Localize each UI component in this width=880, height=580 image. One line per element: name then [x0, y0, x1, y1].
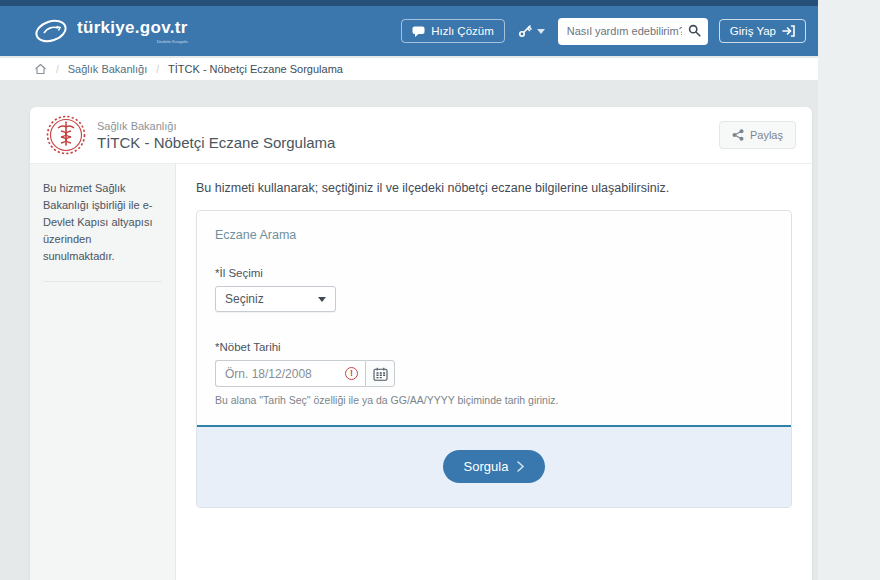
pharmacy-search-form: Eczane Arama *İl Seçimi Seçiniz *Nöbet T… — [196, 210, 792, 508]
share-icon — [732, 129, 744, 141]
breadcrumb-item-current: TİTCK - Nöbetçi Eczane Sorgulama — [168, 63, 343, 75]
service-card: Sağlık Bakanlığı TİTCK - Nöbetçi Eczane … — [30, 107, 812, 580]
turkiye-gov-tr-logo[interactable]: türkiye.gov.tr Devletin Kısayolu — [34, 18, 188, 44]
submit-label: Sorgula — [464, 459, 509, 474]
edevlet-swirl-icon — [34, 18, 68, 44]
quick-solution-button[interactable]: Hızlı Çözüm — [401, 19, 505, 43]
chevron-down-icon — [318, 297, 326, 302]
date-picker-button[interactable] — [365, 360, 395, 387]
help-search — [558, 18, 708, 45]
quick-solution-label: Hızlı Çözüm — [431, 25, 494, 37]
home-icon[interactable] — [34, 63, 47, 75]
help-search-input[interactable] — [558, 18, 708, 45]
breadcrumb-item-saglik-bakanligi[interactable]: Sağlık Bakanlığı — [68, 63, 148, 75]
login-button[interactable]: Giriş Yap — [719, 19, 806, 43]
service-provider-info: Bu hizmet Sağlık Bakanlığı işbirliği ile… — [43, 180, 162, 282]
login-label: Giriş Yap — [730, 25, 776, 37]
service-sidebar: Bu hizmet Sağlık Bakanlığı işbirliği ile… — [30, 164, 176, 580]
query-submit-button[interactable]: Sorgula — [443, 450, 546, 483]
calendar-icon — [373, 367, 388, 381]
duty-date-input[interactable] — [215, 360, 365, 387]
search-icon[interactable] — [688, 24, 701, 37]
form-footer: Sorgula — [197, 425, 791, 507]
accessibility-key-menu[interactable] — [516, 20, 547, 42]
page-title: TİTCK - Nöbetçi Eczane Sorgulama — [97, 134, 335, 151]
logo-text: türkiye.gov.tr — [77, 18, 188, 38]
form-title: Eczane Arama — [215, 228, 773, 242]
province-select-value: Seçiniz — [225, 292, 264, 306]
warning-icon: ! — [345, 367, 358, 380]
share-label: Paylaş — [750, 129, 783, 141]
service-ministry-name: Sağlık Bakanlığı — [97, 120, 335, 132]
breadcrumb-separator: / — [56, 64, 59, 75]
top-navbar: türkiye.gov.tr Devletin Kısayolu Hızlı Ç… — [0, 0, 818, 56]
chevron-right-icon — [517, 461, 524, 472]
key-icon — [518, 24, 532, 38]
share-button[interactable]: Paylaş — [719, 121, 796, 149]
health-ministry-logo — [46, 115, 86, 155]
logo-tagline: Devletin Kısayolu — [77, 39, 188, 44]
duty-date-hint: Bu alana "Tarih Seç" özelliği ile ya da … — [215, 394, 773, 406]
service-card-header: Sağlık Bakanlığı TİTCK - Nöbetçi Eczane … — [30, 107, 812, 164]
chevron-down-icon — [537, 29, 545, 34]
service-description: Bu hizmeti kullanarak; seçtiğiniz il ve … — [196, 181, 792, 195]
province-label: *İl Seçimi — [215, 267, 773, 279]
breadcrumb: / Sağlık Bakanlığı / TİTCK - Nöbetçi Ecz… — [0, 58, 818, 80]
speech-bubble-icon — [412, 26, 425, 37]
province-select[interactable]: Seçiniz — [215, 286, 336, 312]
service-main: Bu hizmeti kullanarak; seçtiğiniz il ve … — [176, 164, 812, 580]
breadcrumb-separator: / — [156, 64, 159, 75]
page-viewport: türkiye.gov.tr Devletin Kısayolu Hızlı Ç… — [0, 0, 818, 580]
login-arrow-icon — [782, 25, 795, 37]
duty-date-label: *Nöbet Tarihi — [215, 341, 773, 353]
